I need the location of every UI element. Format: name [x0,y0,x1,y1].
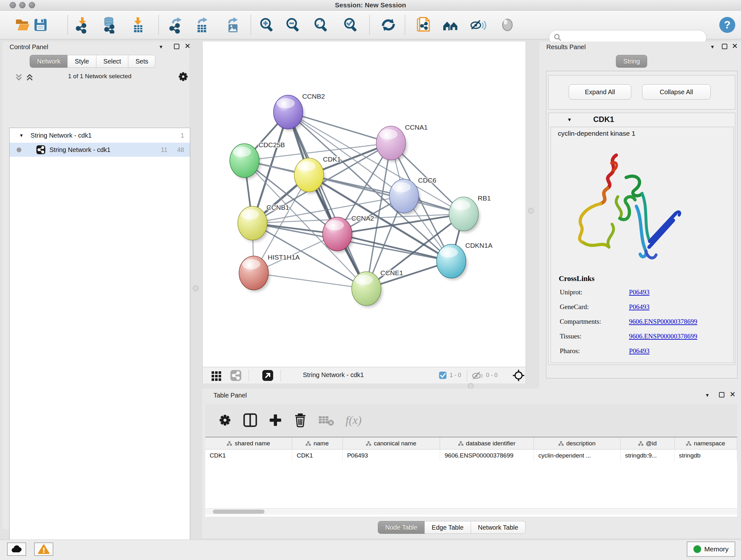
column-header-name[interactable]: name [292,437,343,449]
tab-sets[interactable]: Sets [128,55,155,68]
collection-expander-icon[interactable]: ▼ [19,133,23,138]
network-node-count: 11 [161,146,167,153]
crosslinks-title: CrossLinks [559,274,595,283]
zoom-selected-icon[interactable] [341,15,361,35]
crosslink-link[interactable]: P06493 [629,288,650,303]
network-node-RB1[interactable]: RB1 [449,194,491,233]
network-collection-row[interactable]: ▼ String Network - cdk1 1 [10,128,190,143]
network-name: String Network - cdk1 [50,146,111,153]
column-type-icon [306,441,311,446]
column-header-description[interactable]: description [534,437,621,449]
tab-network-table[interactable]: Network Table [471,521,526,534]
network-node-CCNB1[interactable]: CCNB1 [238,204,289,242]
network-node-CDKN1A[interactable]: CDKN1A [436,242,492,280]
network-node-CDK1[interactable]: CDK1 [294,155,341,193]
tab-style[interactable]: Style [67,55,96,68]
hide-selected-icon[interactable] [468,15,488,35]
cloud-status-button[interactable] [7,543,26,556]
show-columns-icon[interactable] [243,413,258,428]
network-node-CDC6[interactable]: CDC6 [389,177,436,214]
network-options-gear-icon[interactable] [178,71,189,82]
export-image-icon[interactable] [223,15,243,35]
import-table-icon[interactable] [128,15,148,35]
crosslink-link[interactable]: 9606.ENSP00000378699 [629,318,697,332]
column-header-shared-name[interactable]: shared name [205,437,292,449]
import-network-icon[interactable] [72,15,93,35]
network-node-CCNB2[interactable]: CCNB2 [273,92,325,131]
float-panel-icon[interactable] [719,392,724,397]
string-network-graph[interactable]: CCNB2CCNA1CDC25BCDK1CDC6RB1CCNB1CCNA2CDK… [203,42,526,366]
open-session-icon[interactable] [12,15,32,35]
zoom-out-icon[interactable] [283,15,304,35]
tab-select[interactable]: Select [96,55,129,68]
crosslink-link[interactable]: P06493 [629,347,650,362]
scrollbar-thumb[interactable] [213,509,265,514]
tab-node-table[interactable]: Node Table [378,521,425,534]
collapse-panel-icon[interactable]: ▼ [158,44,163,50]
node-table[interactable]: shared namenamecanonical namedatabase id… [205,437,737,516]
column-header--id[interactable]: @id [621,437,675,449]
home-icon[interactable] [441,15,461,35]
network-node-CCNE1[interactable]: CCNE1 [352,269,403,307]
memory-button[interactable]: Memory [687,542,735,557]
selected-checkbox-icon[interactable] [439,371,447,379]
export-network-icon[interactable] [166,15,186,35]
float-panel-icon[interactable] [722,44,727,49]
save-session-icon[interactable] [30,15,51,35]
network-overview-share-icon[interactable] [230,370,242,381]
apply-layout-icon[interactable] [378,15,399,35]
search-input[interactable] [562,34,696,41]
float-panel-icon[interactable] [174,44,179,49]
import-network-from-database-icon[interactable] [99,15,120,35]
left-splitter-handle[interactable] [193,286,199,291]
node-label-CCNE1: CCNE1 [381,269,403,276]
collapse-all-button[interactable]: Collapse All [642,84,711,100]
horizontal-splitter-handle[interactable] [468,383,474,389]
close-panel-icon[interactable]: ✕ [185,44,191,49]
grid-view-icon[interactable] [211,370,222,381]
close-panel-icon[interactable]: ✕ [732,44,738,49]
crosslink-link[interactable]: 9606.ENSP00000378699 [629,332,697,347]
help-icon[interactable]: ? [717,15,738,35]
node-label-RB1: RB1 [478,194,491,202]
network-row[interactable]: String Network - cdk1 11 48 [10,143,190,157]
protein-detail-box: cyclin-dependent kinase 1 [550,127,734,363]
search-icon [554,34,562,42]
close-panel-icon[interactable]: ✕ [730,392,736,397]
toolbar-separator [405,15,405,35]
warning-status-button[interactable] [34,543,53,556]
protein-expander-icon[interactable]: ▼ [567,117,572,122]
delete-column-icon[interactable] [293,413,307,428]
birdseye-crosshair-icon[interactable] [512,369,525,382]
collapse-panel-icon[interactable]: ▼ [710,44,715,50]
protein-structure-image[interactable] [563,145,688,273]
tab-network[interactable]: Network [30,55,68,68]
tab-string[interactable]: String [616,55,647,68]
column-header-canonical-name[interactable]: canonical name [343,437,441,449]
table-horizontal-scrollbar[interactable] [205,508,737,515]
right-splitter-handle[interactable] [528,208,534,213]
table-row[interactable]: CDK1CDK1P064939606.ENSP00000378699cyclin… [205,449,737,462]
expand-all-button[interactable]: Expand All [569,84,631,100]
network-node-CCNA2[interactable]: CCNA2 [323,214,374,253]
export-table-icon[interactable] [192,15,212,35]
crosslink-link[interactable]: P06493 [629,303,650,318]
graphics-details-icon[interactable] [262,370,273,381]
share-document-icon[interactable] [414,15,434,35]
column-header-database-identifier[interactable]: database identifier [440,437,534,449]
column-header-namespace[interactable]: namespace [675,437,737,449]
network-node-CCNA1[interactable]: CCNA1 [376,124,428,162]
network-canvas[interactable]: CCNB2CCNA1CDC25BCDK1CDC6RB1CCNB1CCNA2CDK… [202,42,526,367]
zoom-fit-icon[interactable] [311,15,332,35]
show-all-icon[interactable] [497,15,518,35]
add-column-icon[interactable] [268,413,282,427]
hidden-eye-icon[interactable] [471,370,484,381]
table-panel: Table Panel ▼ ✕ f(x) shared namenamecano… [202,388,741,538]
zoom-in-icon[interactable] [257,15,277,35]
table-settings-gear-icon[interactable] [218,413,232,427]
table-cell: CDK1 [205,449,292,462]
column-type-icon [638,441,643,446]
collapse-panel-icon[interactable]: ▼ [705,392,710,398]
network-node-HIST1H1A[interactable]: HIST1H1A [239,253,300,292]
tab-edge-table[interactable]: Edge Table [424,521,471,534]
